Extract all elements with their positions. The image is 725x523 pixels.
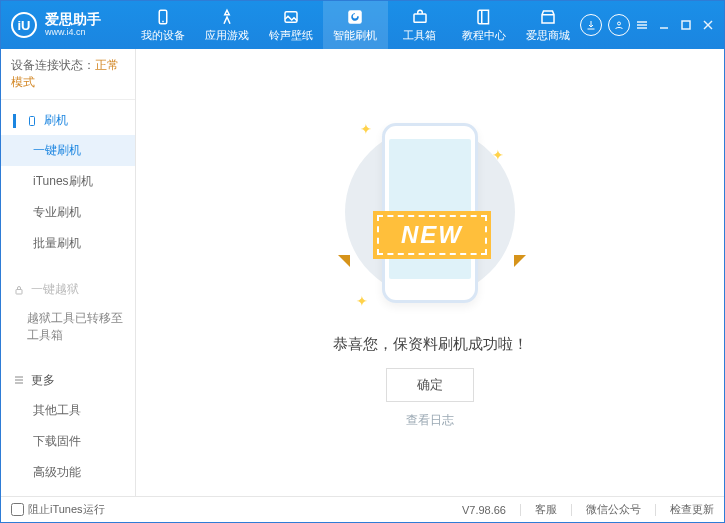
sidebar-flash-section: 刷机 一键刷机 iTunes刷机 专业刷机 批量刷机	[1, 100, 135, 265]
svg-rect-11	[682, 21, 690, 29]
apps-icon	[218, 8, 236, 26]
checkbox-block-itunes-input[interactable]	[11, 503, 24, 516]
wallpaper-icon	[282, 8, 300, 26]
footer: 阻止iTunes运行 V7.98.66 客服 微信公众号 检查更新	[1, 496, 724, 522]
svg-rect-4	[414, 14, 426, 22]
sidebar-jailbreak-note: 越狱工具已转移至工具箱	[1, 304, 135, 350]
window-controls	[636, 19, 714, 31]
toolbox-icon	[411, 8, 429, 26]
new-banner: NEW	[346, 213, 518, 257]
footer-link-update[interactable]: 检查更新	[670, 502, 714, 517]
connection-status: 设备连接状态：正常模式	[1, 49, 135, 100]
sidebar-jailbreak-header[interactable]: 一键越狱	[1, 275, 135, 304]
phone-icon	[154, 8, 172, 26]
book-icon	[475, 8, 493, 26]
main-content: ✦ ✦ ✦ NEW 恭喜您，保资料刷机成功啦！ 确定 查看日志	[136, 49, 724, 496]
new-ribbon-label: NEW	[377, 215, 487, 255]
svg-rect-3	[349, 10, 363, 24]
sidebar-more-section: 更多 其他工具 下载固件 高级功能	[1, 360, 135, 494]
top-nav: 我的设备 应用游戏 铃声壁纸 智能刷机 工具箱 教程中心	[131, 1, 580, 49]
svg-point-6	[618, 22, 621, 25]
account-button[interactable]	[608, 14, 630, 36]
sidebar-jailbreak-section: 一键越狱 越狱工具已转移至工具箱	[1, 269, 135, 356]
sidebar-item-batch-flash[interactable]: 批量刷机	[1, 228, 135, 259]
nav-ringtone-wallpaper[interactable]: 铃声壁纸	[259, 1, 323, 49]
brand-text: 爱思助手 www.i4.cn	[45, 12, 101, 37]
maximize-icon[interactable]	[680, 19, 692, 31]
sparkle-icon: ✦	[360, 121, 372, 137]
sparkle-icon: ✦	[356, 293, 368, 309]
brand-name: 爱思助手	[45, 12, 101, 27]
lock-icon	[13, 284, 25, 296]
phone-outline-icon	[26, 115, 38, 127]
sidebar: 设备连接状态：正常模式 刷机 一键刷机 iTunes刷机 专业刷机 批量刷机 一…	[1, 49, 136, 496]
footer-link-support[interactable]: 客服	[535, 502, 557, 517]
nav-toolbox[interactable]: 工具箱	[388, 1, 452, 49]
sidebar-item-advanced[interactable]: 高级功能	[1, 457, 135, 488]
close-icon[interactable]	[702, 19, 714, 31]
sidebar-item-oneclick-flash[interactable]: 一键刷机	[1, 135, 135, 166]
menu-icon[interactable]	[636, 19, 648, 31]
sidebar-flash-header[interactable]: 刷机	[1, 106, 135, 135]
footer-link-wechat[interactable]: 微信公众号	[586, 502, 641, 517]
download-button[interactable]	[580, 14, 602, 36]
sidebar-item-pro-flash[interactable]: 专业刷机	[1, 197, 135, 228]
footer-right: V7.98.66 客服 微信公众号 检查更新	[462, 502, 714, 517]
sparkle-icon: ✦	[492, 147, 504, 163]
version-label: V7.98.66	[462, 504, 506, 516]
success-illustration: ✦ ✦ ✦ NEW	[350, 117, 510, 317]
titlebar: iU 爱思助手 www.i4.cn 我的设备 应用游戏 铃声壁纸 智能刷机	[1, 1, 724, 49]
brand-logo-icon: iU	[11, 12, 37, 38]
success-message: 恭喜您，保资料刷机成功啦！	[333, 335, 528, 354]
view-log-link[interactable]: 查看日志	[406, 412, 454, 429]
nav-apps-games[interactable]: 应用游戏	[195, 1, 259, 49]
ok-button[interactable]: 确定	[386, 368, 474, 402]
svg-rect-15	[16, 289, 22, 294]
nav-tutorial[interactable]: 教程中心	[452, 1, 516, 49]
brand-url: www.i4.cn	[45, 28, 101, 38]
user-icon	[613, 19, 625, 31]
checkbox-block-itunes[interactable]: 阻止iTunes运行	[11, 502, 105, 517]
brand-block: iU 爱思助手 www.i4.cn	[11, 12, 131, 38]
refresh-icon	[346, 8, 364, 26]
download-icon	[585, 19, 597, 31]
sidebar-item-download-firmware[interactable]: 下载固件	[1, 426, 135, 457]
svg-rect-14	[30, 116, 35, 125]
active-bar-icon	[13, 114, 16, 128]
list-icon	[13, 374, 25, 386]
nav-store[interactable]: 爱思商城	[516, 1, 580, 49]
minimize-icon[interactable]	[658, 19, 670, 31]
phone-screen-icon	[389, 139, 471, 279]
nav-smart-flash[interactable]: 智能刷机	[323, 1, 387, 49]
nav-my-device[interactable]: 我的设备	[131, 1, 195, 49]
sidebar-more-header[interactable]: 更多	[1, 366, 135, 395]
app-window: iU 爱思助手 www.i4.cn 我的设备 应用游戏 铃声壁纸 智能刷机	[0, 0, 725, 523]
body: 设备连接状态：正常模式 刷机 一键刷机 iTunes刷机 专业刷机 批量刷机 一…	[1, 49, 724, 496]
store-icon	[539, 8, 557, 26]
sidebar-item-other-tools[interactable]: 其他工具	[1, 395, 135, 426]
sidebar-item-itunes-flash[interactable]: iTunes刷机	[1, 166, 135, 197]
